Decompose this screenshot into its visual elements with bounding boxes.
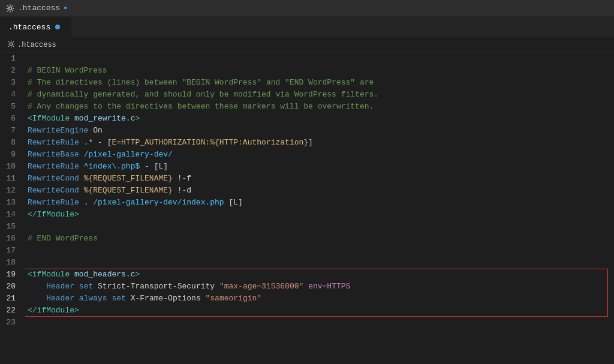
line-num-15: 15 (0, 221, 18, 233)
breadcrumb-bar: .htaccess (0, 38, 614, 53)
line-numbers: 1 2 3 4 5 6 7 8 9 10 11 12 13 14 15 16 1… (0, 53, 25, 364)
line-num-7: 7 (0, 125, 18, 137)
line-num-17: 17 (0, 245, 18, 257)
tab-modified-indicator (55, 25, 60, 29)
code-content: # BEGIN WordPress # The directives (line… (25, 53, 608, 364)
code-line-19: <ifModule mod_headers.c> (28, 269, 608, 281)
editor-area: 1 2 3 4 5 6 7 8 9 10 11 12 13 14 15 16 1… (0, 53, 614, 364)
tab-filename: .htaccess (8, 23, 50, 32)
title-bar: .htaccess ● (0, 0, 614, 17)
line-num-14: 14 (0, 209, 18, 221)
code-line-23 (28, 317, 608, 329)
title-modified-dot: ● (64, 5, 67, 11)
code-line-2: # BEGIN WordPress (28, 65, 608, 77)
line-num-5: 5 (0, 101, 18, 113)
code-line-22: </ifModule> (28, 305, 608, 317)
line-num-11: 11 (0, 173, 18, 185)
code-line-11: RewriteCond %{REQUEST_FILENAME} !-f (28, 173, 608, 185)
line-num-10: 10 (0, 161, 18, 173)
code-line-3: # The directives (lines) between "BEGIN … (28, 77, 608, 89)
line-num-18: 18 (0, 257, 18, 269)
code-line-13: RewriteRule . /pixel-gallery-dev/index.p… (28, 197, 608, 209)
line-num-8: 8 (0, 137, 18, 149)
file-tab[interactable]: .htaccess (0, 17, 72, 37)
code-line-5: # Any changes to the directives between … (28, 101, 608, 113)
code-line-12: RewriteCond %{REQUEST_FILENAME} !-d (28, 185, 608, 197)
line-num-12: 12 (0, 185, 18, 197)
code-line-8: RewriteRule .* - [E=HTTP_AUTHORIZATION:%… (28, 137, 608, 149)
highlighted-block: <ifModule mod_headers.c> Header set Stri… (28, 269, 608, 317)
line-num-16: 16 (0, 233, 18, 245)
code-line-16: # END WordPress (28, 233, 608, 245)
line-num-21: 21 (0, 293, 18, 305)
code-line-1 (28, 53, 608, 65)
line-num-6: 6 (0, 113, 18, 125)
breadcrumb-filename: .htaccess (17, 41, 56, 49)
code-line-20: Header set Strict-Transport-Security "ma… (28, 281, 608, 293)
code-line-17 (28, 245, 608, 257)
code-line-6: <IfModule mod_rewrite.c> (28, 113, 608, 125)
svg-point-0 (9, 7, 12, 10)
line-num-13: 13 (0, 197, 18, 209)
code-line-4: # dynamically generated, and should only… (28, 89, 608, 101)
line-num-2: 2 (0, 65, 18, 77)
line-num-22: 22 (0, 305, 18, 317)
gear-icon (6, 4, 14, 13)
code-line-10: RewriteRule ^index\.php$ - [L] (28, 161, 608, 173)
tab-bar: .htaccess (0, 17, 614, 38)
code-line-14: </IfModule> (28, 209, 608, 221)
svg-point-1 (10, 43, 13, 46)
code-line-18 (28, 257, 608, 269)
line-num-19: 19 (0, 269, 18, 281)
code-line-7: RewriteEngine On (28, 125, 608, 137)
scrollbar[interactable] (608, 53, 614, 364)
line-num-3: 3 (0, 77, 18, 89)
title-text: .htaccess (18, 4, 60, 13)
line-num-23: 23 (0, 317, 18, 329)
line-num-20: 20 (0, 281, 18, 293)
line-num-1: 1 (0, 53, 18, 65)
code-line-21: Header always set X-Frame-Options "sameo… (28, 293, 608, 305)
code-line-9: RewriteBase /pixel-gallery-dev/ (28, 149, 608, 161)
code-line-15 (28, 221, 608, 233)
line-num-4: 4 (0, 89, 18, 101)
line-num-9: 9 (0, 149, 18, 161)
breadcrumb-gear-icon (7, 40, 15, 50)
